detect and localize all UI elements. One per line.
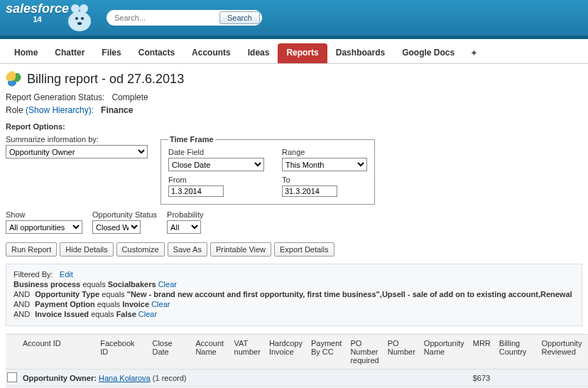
show-select[interactable]: All opportunities bbox=[6, 220, 82, 234]
role-value: Finance bbox=[101, 105, 133, 115]
show-label: Show bbox=[6, 210, 82, 219]
time-frame-fieldset: Time Frame Date Field Close Date Range T… bbox=[160, 135, 375, 205]
svg-point-3 bbox=[75, 17, 78, 20]
filter1-value: Socialbakers bbox=[108, 280, 156, 289]
group-owner-link[interactable]: Hana Kolarova bbox=[99, 374, 151, 382]
col-opp-reviewed[interactable]: Opportunity Reviewed bbox=[538, 335, 587, 370]
save-as-button[interactable]: Save As bbox=[168, 242, 207, 257]
report-table: Account ID Facebook ID Close Date Accoun… bbox=[6, 333, 582, 388]
date-field-select[interactable]: Close Date bbox=[168, 158, 264, 171]
gen-status-value: Complete bbox=[111, 92, 148, 102]
show-hierarchy-link[interactable]: (Show Hierarchy) bbox=[26, 105, 92, 115]
mascot-icon bbox=[62, 0, 97, 34]
nav-tabs: Home Chatter Files Contacts Accounts Ide… bbox=[0, 39, 588, 64]
printable-view-button[interactable]: Printable View bbox=[210, 242, 271, 257]
tab-google-docs[interactable]: Google Docs bbox=[393, 43, 463, 63]
logo-text: salesforce bbox=[6, 1, 69, 16]
tab-ideas[interactable]: Ideas bbox=[239, 43, 278, 63]
tab-chatter[interactable]: Chatter bbox=[46, 43, 93, 63]
probability-label: Probability bbox=[167, 210, 204, 219]
col-payment-cc[interactable]: Payment By CC bbox=[307, 335, 346, 370]
role-label: Role bbox=[6, 105, 23, 115]
tab-add-icon[interactable]: ✦ bbox=[463, 43, 485, 63]
col-account-id[interactable]: Account ID bbox=[18, 335, 96, 370]
col-hardcopy[interactable]: Hardcopy Invoice bbox=[265, 335, 307, 370]
filter3-value: Invoice bbox=[122, 300, 149, 308]
search-button[interactable]: Search bbox=[219, 11, 260, 24]
filter-edit-link[interactable]: Edit bbox=[60, 270, 73, 279]
gen-status-label: Report Generation Status: bbox=[6, 92, 104, 102]
summarize-label: Summarize information by: bbox=[6, 135, 148, 144]
opp-status-select[interactable]: Closed Won bbox=[92, 220, 141, 234]
filter4-field: Invoice Issued bbox=[35, 310, 89, 318]
search-input[interactable] bbox=[109, 11, 219, 24]
export-details-button[interactable]: Export Details bbox=[274, 242, 334, 257]
svg-point-0 bbox=[68, 11, 91, 31]
col-mrr[interactable]: MRR bbox=[469, 335, 495, 370]
col-opp-name[interactable]: Opportunity Name bbox=[420, 335, 469, 370]
filter3-field: Payment Option bbox=[35, 300, 94, 308]
from-label: From bbox=[168, 176, 275, 184]
col-vat[interactable]: VAT number bbox=[230, 335, 265, 370]
col-account-name[interactable]: Account Name bbox=[191, 335, 229, 370]
filter1-field: Business process bbox=[13, 280, 80, 289]
date-field-label: Date Field bbox=[168, 148, 275, 156]
tab-files[interactable]: Files bbox=[93, 43, 129, 63]
from-input[interactable] bbox=[168, 185, 224, 197]
logo-subtext: 14 bbox=[6, 15, 69, 23]
customize-button[interactable]: Customize bbox=[116, 242, 165, 257]
svg-point-4 bbox=[81, 17, 84, 20]
svg-point-5 bbox=[77, 22, 82, 25]
filter3-clear-link[interactable]: Clear bbox=[151, 300, 170, 308]
col-close-date[interactable]: Close Date bbox=[148, 335, 191, 370]
range-select[interactable]: This Month bbox=[282, 158, 367, 171]
col-po-number[interactable]: PO Number bbox=[383, 335, 420, 370]
probability-select[interactable]: All bbox=[167, 220, 201, 234]
col-facebook-id[interactable]: Facebook ID bbox=[96, 335, 148, 370]
svg-point-1 bbox=[71, 4, 80, 13]
report-options-label: Report Options: bbox=[6, 122, 582, 131]
logo: salesforce 14 bbox=[6, 1, 69, 23]
filter2-field: Opportunity Type bbox=[35, 290, 99, 298]
run-report-button[interactable]: Run Report bbox=[6, 242, 57, 257]
group-label: Opportunity Owner: bbox=[23, 374, 97, 382]
to-label: To bbox=[282, 176, 367, 184]
to-input[interactable] bbox=[282, 185, 337, 197]
group-row: Opportunity Owner: Hana Kolarova (1 reco… bbox=[6, 370, 588, 387]
tab-dashboards[interactable]: Dashboards bbox=[327, 43, 393, 63]
table-header-row: Account ID Facebook ID Close Date Accoun… bbox=[6, 335, 588, 370]
summarize-select[interactable]: Opportunity Owner bbox=[6, 145, 148, 158]
time-frame-legend: Time Frame bbox=[168, 135, 215, 144]
group-checkbox[interactable] bbox=[7, 372, 17, 382]
filter4-value: False bbox=[116, 310, 136, 318]
col-billing-country[interactable]: Billing Country bbox=[495, 335, 538, 370]
filter-box: Filtered By: Edit Business process equal… bbox=[6, 264, 582, 326]
group-count: (1 record) bbox=[153, 374, 187, 382]
tab-accounts[interactable]: Accounts bbox=[183, 43, 239, 63]
top-bar: salesforce 14 Search bbox=[0, 0, 588, 39]
tab-home[interactable]: Home bbox=[6, 43, 46, 63]
range-label: Range bbox=[282, 148, 367, 156]
group-mrr: $673 bbox=[469, 370, 495, 387]
filter2-value: "New - brand new account and first oppor… bbox=[127, 290, 575, 298]
report-icon bbox=[6, 71, 21, 87]
filter1-clear-link[interactable]: Clear bbox=[158, 280, 177, 289]
opp-status-label: Opportunity Status bbox=[92, 210, 157, 219]
tab-reports[interactable]: Reports bbox=[278, 43, 327, 63]
filtered-by-label: Filtered By: bbox=[13, 270, 53, 279]
tab-contacts[interactable]: Contacts bbox=[130, 43, 183, 63]
svg-point-2 bbox=[80, 4, 88, 13]
col-po-required[interactable]: PO Number required bbox=[346, 335, 383, 370]
hide-details-button[interactable]: Hide Details bbox=[60, 242, 113, 257]
page-title: Billing report - od 27.6.2013 bbox=[27, 72, 184, 87]
filter4-clear-link[interactable]: Clear bbox=[138, 310, 157, 318]
search-box: Search bbox=[107, 10, 262, 26]
